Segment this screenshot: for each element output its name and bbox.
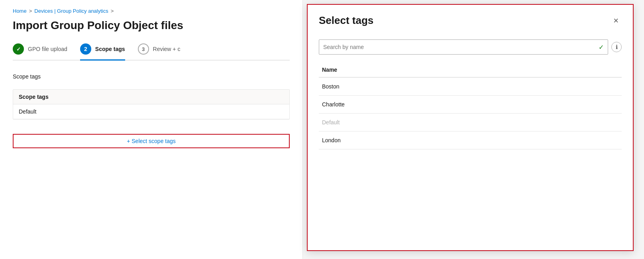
table-col-name: Name (319, 63, 622, 77)
step-review[interactable]: 3 Review + c (138, 43, 181, 59)
dialog-close-button[interactable]: × (610, 15, 622, 27)
info-icon[interactable]: ℹ (611, 42, 622, 52)
tag-name-cell: Boston (319, 77, 622, 96)
search-input[interactable] (323, 44, 595, 50)
select-tags-dialog: Select tags × ✓ ℹ Name BostonC (307, 4, 634, 251)
step-circle-2: 2 (80, 43, 91, 55)
table-row[interactable]: Default (319, 114, 622, 131)
dialog-header: Select tags × (308, 5, 633, 33)
step-circle-1: ✓ (13, 43, 24, 55)
scope-tags-table-header: Scope tags (13, 90, 289, 104)
tag-name-cell: Charlotte (319, 96, 622, 114)
step-scope-tags[interactable]: 2 Scope tags (80, 43, 125, 61)
breadcrumb-sep2: > (111, 8, 114, 14)
scope-tags-default-row: Default (13, 104, 289, 119)
step-circle-3: 3 (138, 43, 149, 55)
breadcrumb-devices[interactable]: Devices | Group Policy analytics (34, 8, 108, 14)
dialog-title: Select tags (319, 14, 373, 27)
select-scope-tags-button[interactable]: + Select scope tags (13, 134, 290, 148)
form-section: Scope tags Scope tags Default + Select s… (13, 73, 290, 148)
tag-name-cell: London (319, 131, 622, 149)
search-input-wrapper[interactable]: ✓ (319, 39, 608, 55)
search-row: ✓ ℹ (319, 39, 622, 55)
step-gpo-upload[interactable]: ✓ GPO file upload (13, 43, 67, 59)
left-panel: Home > Devices | Group Policy analytics … (0, 0, 303, 259)
search-check-icon: ✓ (599, 43, 604, 51)
tags-table: Name BostonCharlotteDefaultLondon (319, 63, 622, 149)
breadcrumb-sep1: > (29, 8, 32, 14)
dialog-body: ✓ ℹ Name BostonCharlotteDefaultLondon (308, 33, 633, 250)
table-row[interactable]: Boston (319, 77, 622, 96)
steps-nav: ✓ GPO file upload 2 Scope tags 3 Review … (13, 43, 290, 61)
breadcrumb-home[interactable]: Home (13, 8, 27, 14)
table-row[interactable]: London (319, 131, 622, 149)
right-panel: Select tags × ✓ ℹ Name BostonC (303, 0, 644, 259)
page-title: Import Group Policy Object files (13, 19, 290, 32)
scope-tags-label: Scope tags (13, 73, 290, 80)
table-row[interactable]: Charlotte (319, 96, 622, 114)
breadcrumb: Home > Devices | Group Policy analytics … (13, 8, 290, 14)
scope-tags-box: Scope tags Default (13, 89, 290, 120)
step-label-1: GPO file upload (28, 46, 67, 52)
tag-name-cell: Default (319, 114, 622, 131)
step-label-2: Scope tags (95, 46, 125, 52)
step-label-3: Review + c (153, 46, 181, 52)
